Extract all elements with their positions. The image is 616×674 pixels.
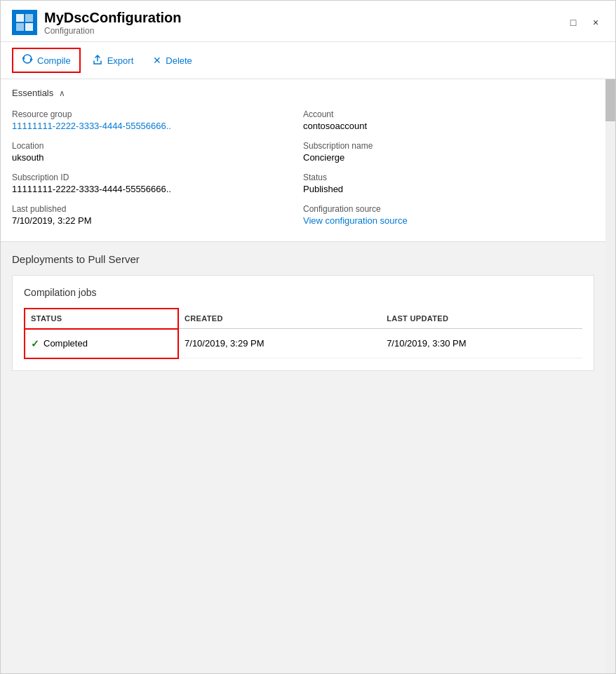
scrollbar-track[interactable] bbox=[605, 79, 615, 673]
essentials-item-config-source: Configuration source View configuration … bbox=[303, 201, 594, 229]
last-published-label: Last published bbox=[12, 204, 297, 214]
status-cell: ✓ Completed bbox=[25, 329, 178, 358]
export-icon bbox=[92, 54, 103, 67]
svg-rect-0 bbox=[16, 14, 24, 22]
deployments-section-title: Deployments to Pull Server bbox=[12, 253, 594, 265]
essentials-grid: Resource group 11111111-2222-3333-4444-5… bbox=[12, 107, 594, 233]
window-controls: □ × bbox=[565, 14, 604, 31]
config-source-label: Configuration source bbox=[303, 204, 589, 214]
essentials-item-last-published: Last published 7/10/2019, 3:22 PM bbox=[12, 201, 303, 229]
essentials-item-subscription-name: Subscription name Concierge bbox=[303, 138, 594, 166]
last-updated-cell: 7/10/2019, 3:30 PM bbox=[381, 329, 582, 358]
essentials-item-location: Location uksouth bbox=[12, 138, 303, 166]
essentials-item-account: Account contosoaccount bbox=[303, 107, 594, 134]
subscription-name-label: Subscription name bbox=[303, 141, 589, 151]
svg-rect-2 bbox=[16, 23, 24, 31]
compile-button[interactable]: Compile bbox=[12, 48, 81, 73]
export-button[interactable]: Export bbox=[83, 50, 142, 72]
last-published-value: 7/10/2019, 3:22 PM bbox=[12, 215, 91, 226]
scrollbar-thumb[interactable] bbox=[605, 79, 615, 121]
column-created: CREATED bbox=[178, 309, 381, 329]
close-button[interactable]: × bbox=[587, 14, 604, 31]
subscription-id-value: 11111111-2222-3333-4444-55556666.. bbox=[12, 184, 171, 194]
status-label: Status bbox=[303, 173, 589, 182]
view-config-source-link[interactable]: View configuration source bbox=[303, 215, 408, 226]
status-value: Completed bbox=[43, 338, 88, 349]
delete-button[interactable]: ✕ Delete bbox=[145, 50, 201, 70]
essentials-item-subscription-id: Subscription ID 11111111-2222-3333-4444-… bbox=[12, 170, 303, 197]
compilation-jobs-card: Compilation jobs STATUS CREATED LAST UPD… bbox=[12, 275, 594, 371]
window-subtitle: Configuration bbox=[44, 26, 565, 36]
table-header-row: STATUS CREATED LAST UPDATED bbox=[25, 309, 582, 329]
window-title: MyDscConfiguration bbox=[44, 9, 565, 26]
svg-rect-1 bbox=[25, 14, 33, 22]
compile-label: Compile bbox=[37, 55, 71, 66]
essentials-item-status: Status Published bbox=[303, 170, 594, 197]
created-cell: 7/10/2019, 3:29 PM bbox=[178, 329, 381, 358]
subscription-name-value: Concierge bbox=[303, 152, 344, 163]
location-value: uksouth bbox=[12, 152, 44, 163]
svg-rect-3 bbox=[25, 23, 33, 31]
essentials-section: Essentials ∧ Resource group 11111111-222… bbox=[1, 79, 605, 242]
delete-label: Delete bbox=[166, 55, 192, 66]
minimize-button[interactable]: □ bbox=[565, 14, 582, 31]
table-row[interactable]: ✓ Completed 7/10/2019, 3:29 PM 7/10/2019… bbox=[25, 329, 582, 358]
title-bar: MyDscConfiguration Configuration □ × bbox=[1, 1, 615, 42]
essentials-chevron[interactable]: ∧ bbox=[59, 88, 65, 98]
column-status: STATUS bbox=[25, 309, 178, 329]
status-value: Published bbox=[303, 184, 343, 194]
export-label: Export bbox=[107, 55, 134, 66]
resource-group-value[interactable]: 11111111-2222-3333-4444-55556666.. bbox=[12, 121, 171, 131]
delete-icon: ✕ bbox=[153, 55, 161, 66]
title-text-block: MyDscConfiguration Configuration bbox=[44, 9, 565, 36]
account-value: contosoaccount bbox=[303, 121, 367, 131]
location-label: Location bbox=[12, 141, 297, 151]
content-area: Essentials ∧ Resource group 11111111-222… bbox=[1, 79, 615, 673]
main-content: Deployments to Pull Server Compilation j… bbox=[1, 242, 605, 673]
subscription-id-label: Subscription ID bbox=[12, 173, 297, 182]
main-window: MyDscConfiguration Configuration □ × Com… bbox=[0, 0, 616, 674]
essentials-label: Essentials bbox=[12, 88, 53, 98]
account-label: Account bbox=[303, 109, 589, 119]
app-icon bbox=[12, 10, 37, 35]
status-check-icon: ✓ bbox=[31, 338, 39, 349]
essentials-item-resource-group: Resource group 11111111-2222-3333-4444-5… bbox=[12, 107, 303, 134]
resource-group-label: Resource group bbox=[12, 109, 297, 119]
column-last-updated: LAST UPDATED bbox=[381, 309, 582, 329]
compilation-jobs-title: Compilation jobs bbox=[24, 287, 582, 298]
compilation-jobs-table: STATUS CREATED LAST UPDATED ✓ Completed bbox=[24, 308, 582, 359]
toolbar: Compile Export ✕ Delete bbox=[1, 42, 615, 79]
essentials-header: Essentials ∧ bbox=[12, 88, 594, 98]
compile-icon bbox=[22, 53, 33, 67]
